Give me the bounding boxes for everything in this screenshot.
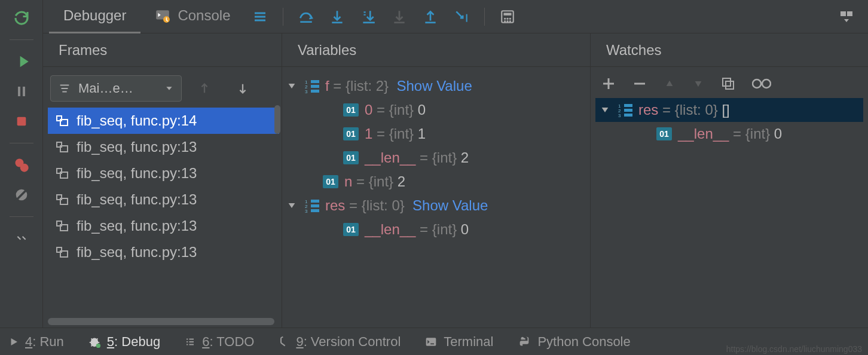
svg-rect-46	[311, 209, 319, 212]
separator	[10, 39, 33, 40]
frame-icon	[55, 114, 69, 128]
frame-row[interactable]: fib_seq, func.py:13	[48, 239, 279, 265]
frame-row[interactable]: fib_seq, func.py:13	[48, 213, 279, 239]
var-row[interactable]: 01 n = {int} 2	[287, 170, 585, 194]
watch-up-button[interactable]	[664, 79, 676, 88]
frame-row[interactable]: fib_seq, func.py:14	[48, 108, 279, 134]
panel-title: Frames	[43, 33, 282, 67]
var-row[interactable]: 01 1 = {int} 1	[287, 122, 585, 146]
tool-run[interactable]: 4: Run	[8, 334, 64, 350]
tool-todo[interactable]: 6: TODO	[184, 334, 254, 350]
frame-label: fib_seq, func.py:13	[77, 165, 197, 182]
svg-point-15	[505, 17, 506, 19]
force-step-into-button[interactable]	[384, 5, 415, 29]
tool-debug[interactable]: 5: Debug	[88, 334, 160, 350]
frame-list[interactable]: fib_seq, func.py:14 fib_seq, func.py:13 …	[48, 108, 279, 265]
run-to-cursor-button[interactable]	[446, 5, 477, 29]
rerun-button[interactable]	[10, 6, 33, 30]
list-icon	[184, 336, 196, 347]
watches-tree[interactable]: 123 res = {list: 0} [] 01 __len__ = {int…	[595, 98, 863, 146]
watch-down-button[interactable]	[692, 79, 704, 88]
thread-name: Mai…e…	[78, 81, 133, 96]
step-into-button[interactable]	[322, 5, 353, 29]
tab-console[interactable]: Console	[140, 0, 244, 33]
tool-vcs[interactable]: 9: Version Control	[278, 334, 401, 350]
frame-row[interactable]: fib_seq, func.py:13	[48, 134, 279, 160]
h-scrollbar[interactable]	[48, 318, 274, 325]
thread-select[interactable]: Mai…e…	[50, 75, 182, 102]
svg-rect-56	[624, 114, 632, 117]
expand-down-icon[interactable]	[287, 201, 297, 210]
view-breakpoints-button[interactable]	[10, 153, 33, 177]
svg-rect-21	[841, 11, 846, 16]
svg-point-58	[96, 343, 100, 347]
layout-settings-button[interactable]	[831, 5, 862, 29]
tool-terminal[interactable]: Terminal	[424, 334, 493, 350]
chevron-down-icon	[164, 84, 174, 93]
variables-tree[interactable]: 123 f = {list: 2} Show Value 01 0 = {int…	[287, 72, 585, 241]
svg-rect-45	[311, 204, 319, 207]
frame-icon	[55, 140, 69, 154]
var-key: 1	[365, 126, 372, 142]
step-out-button[interactable]	[415, 5, 446, 29]
scrollbar-thumb[interactable]	[274, 105, 280, 134]
terminal-icon	[424, 336, 438, 348]
step-into-my-code-button[interactable]	[353, 5, 384, 29]
list-icon: 123	[305, 198, 319, 213]
var-row[interactable]: 123 res = {list: 0} Show Value	[287, 194, 585, 218]
separator	[484, 8, 485, 26]
stop-button[interactable]	[10, 109, 33, 133]
mute-breakpoints-button[interactable]	[10, 183, 33, 207]
frame-row[interactable]: fib_seq, func.py:13	[48, 186, 279, 213]
frame-icon	[55, 219, 69, 233]
watch-row[interactable]: 123 res = {list: 0} []	[595, 98, 863, 122]
show-value-link[interactable]: Show Value	[412, 197, 488, 213]
duplicate-watch-button[interactable]	[721, 76, 735, 91]
remove-watch-button[interactable]	[632, 76, 647, 91]
step-over-button[interactable]	[291, 5, 322, 29]
threads-view-button[interactable]	[244, 5, 276, 29]
separator	[283, 8, 283, 26]
resume-button[interactable]	[10, 50, 33, 74]
frame-prev-button[interactable]	[189, 76, 220, 100]
debug-controls-gutter	[0, 0, 43, 328]
svg-point-16	[507, 17, 509, 19]
var-key: __len__	[365, 221, 415, 237]
variables-panel: Variables 123 f = {list: 2} Show Value 0…	[282, 33, 591, 328]
var-row[interactable]: 123 f = {list: 2} Show Value	[287, 74, 585, 98]
more-button[interactable]	[10, 227, 33, 250]
svg-text:3: 3	[618, 113, 621, 117]
svg-point-49	[753, 79, 761, 88]
expand-down-icon[interactable]	[287, 81, 297, 91]
panel-title: Variables	[282, 33, 590, 67]
frame-row[interactable]: fib_seq, func.py:13	[48, 160, 279, 186]
var-name: f	[325, 78, 329, 94]
show-value-link[interactable]: Show Value	[396, 78, 472, 94]
tool-python-console[interactable]: Python Console	[517, 334, 630, 350]
int-icon: 01	[343, 127, 359, 140]
int-icon: 01	[656, 127, 672, 140]
separator	[10, 216, 33, 217]
tab-debugger[interactable]: Debugger	[49, 0, 140, 33]
svg-point-18	[505, 20, 506, 22]
tool-window-bar: 4: Run 5: Debug 6: TODO 9: Version Contr…	[0, 328, 868, 355]
separator	[10, 143, 33, 143]
var-row[interactable]: 01 0 = {int} 0	[287, 98, 585, 122]
evaluate-expression-button[interactable]	[492, 5, 523, 29]
svg-point-17	[509, 17, 511, 19]
int-icon: 01	[343, 151, 359, 164]
console-icon	[155, 8, 170, 23]
svg-rect-22	[847, 11, 852, 16]
expand-down-icon[interactable]	[600, 105, 610, 115]
panel-title: Watches	[591, 33, 868, 67]
var-row[interactable]: 01 __len__ = {int} 2	[287, 146, 585, 170]
svg-point-50	[762, 79, 771, 88]
var-type: {list: 2}	[346, 78, 389, 94]
frame-next-button[interactable]	[227, 76, 258, 100]
add-watch-button[interactable]	[601, 76, 616, 91]
pause-button[interactable]	[10, 79, 33, 103]
show-watches-button[interactable]	[752, 78, 771, 90]
var-row[interactable]: 01 __len__ = {int} 0	[287, 218, 585, 241]
var-name: res	[325, 197, 345, 213]
watch-row[interactable]: 01 __len__ = {int} 0	[595, 122, 863, 146]
